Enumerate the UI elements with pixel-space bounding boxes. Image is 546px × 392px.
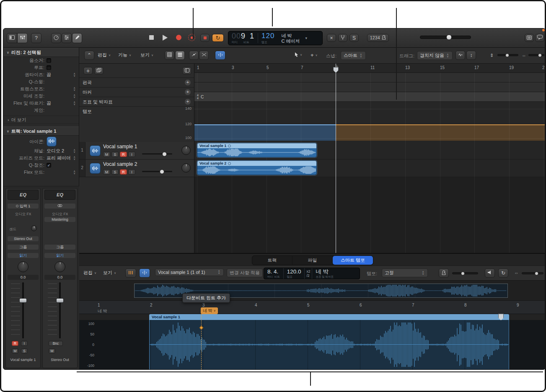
track-solo-button[interactable]: S bbox=[111, 152, 119, 157]
input-monitor-button[interactable]: I bbox=[21, 341, 28, 346]
volume-knob[interactable] bbox=[461, 271, 465, 275]
view-menu[interactable]: 보기∨ bbox=[140, 52, 153, 58]
zoom-knob[interactable] bbox=[538, 53, 542, 57]
volume-readout[interactable]: 0.0 bbox=[8, 275, 39, 280]
pencil-tool-button[interactable] bbox=[72, 33, 82, 43]
group-slot[interactable]: 그룹 bbox=[8, 245, 39, 250]
automation-slot[interactable]: 읽기 bbox=[44, 253, 75, 258]
track-header-2[interactable]: 2 Vocal sample 2 M S R I bbox=[79, 160, 194, 177]
master-volume-knob[interactable] bbox=[446, 35, 452, 40]
track-name[interactable]: Vocal sample 1 bbox=[103, 144, 137, 150]
audio-region-2[interactable]: Vocal sample 2 bbox=[197, 160, 317, 175]
editor-lcd[interactable]: 8. 4. 마디 비트 120.0 템포 x2 /2 네 박 조표 및 박자표 bbox=[264, 268, 360, 279]
capture-recording-button[interactable] bbox=[188, 34, 195, 41]
editor-volume-slider[interactable] bbox=[452, 272, 478, 274]
mixer-toggle-button[interactable] bbox=[17, 33, 28, 43]
beat-value-badge[interactable]: 네 박 ∨ bbox=[201, 307, 218, 314]
track-inspector-header[interactable]: ∨ 트랙: Vocal sample 1 bbox=[3, 126, 79, 136]
row-value[interactable]: 끔 bbox=[47, 100, 73, 106]
pointer-tool-menu[interactable]: ∨ bbox=[295, 52, 302, 58]
region-inspector-header[interactable]: ∨ 리전: 2 선택됨 bbox=[3, 48, 79, 57]
mute-button[interactable]: M bbox=[49, 348, 55, 353]
solo-button[interactable]: S bbox=[21, 348, 28, 353]
edit-menu[interactable]: 편집∨ bbox=[98, 52, 111, 58]
track-pan-knob[interactable] bbox=[181, 146, 191, 155]
stepper-icon[interactable]: ∧∨ bbox=[73, 73, 76, 77]
functions-menu[interactable]: 기능∨ bbox=[118, 52, 131, 58]
library-toggle-button[interactable] bbox=[7, 33, 17, 43]
track-record-button[interactable]: R bbox=[120, 152, 127, 157]
duplicate-track-button[interactable] bbox=[94, 67, 104, 75]
stepper-icon[interactable]: ∧∨ bbox=[73, 156, 76, 160]
tab-tracks[interactable]: 트랙 bbox=[252, 256, 292, 265]
pan-knob[interactable] bbox=[18, 261, 28, 272]
horizontal-zoom-slider[interactable] bbox=[528, 54, 544, 56]
waveform-overview[interactable] bbox=[79, 281, 546, 301]
track-icon[interactable] bbox=[90, 145, 101, 156]
downbeat-hint-line[interactable] bbox=[201, 314, 202, 369]
tempo-mode-select[interactable]: 고정 ∧∨ bbox=[382, 268, 428, 277]
solo-mode-button[interactable]: S bbox=[349, 34, 359, 42]
add-marker-icon[interactable]: + bbox=[185, 89, 191, 95]
tab-file[interactable]: 파일 bbox=[292, 256, 333, 265]
track-header-options-button[interactable] bbox=[182, 67, 191, 75]
stepper-icon[interactable]: ∧∨ bbox=[73, 94, 76, 98]
mute-button[interactable]: M bbox=[12, 348, 18, 353]
preview-audio-button[interactable] bbox=[485, 268, 495, 278]
stepper-icon[interactable]: ∧∨ bbox=[73, 87, 76, 91]
row-value[interactable]: 프리 페이더 bbox=[47, 155, 73, 161]
volume-knob[interactable] bbox=[162, 152, 167, 156]
editor-cycle-button[interactable]: ↻ bbox=[498, 268, 508, 278]
stereo-format-slot[interactable] bbox=[44, 204, 75, 209]
track-volume-slider[interactable] bbox=[142, 153, 172, 155]
global-track-signature[interactable]: 조표 및 박자표 + bbox=[79, 97, 194, 107]
track-pan-knob[interactable] bbox=[181, 163, 191, 173]
tempo-region-blue[interactable] bbox=[194, 124, 336, 141]
track-header-1[interactable]: 1 Vocal sample 1 M S R I bbox=[79, 142, 194, 160]
vertical-zoom-slider[interactable] bbox=[497, 54, 518, 56]
volume-knob[interactable] bbox=[160, 169, 164, 174]
stepper-icon[interactable]: ∧∨ bbox=[73, 149, 76, 153]
waveform-zoom-button[interactable] bbox=[455, 51, 465, 60]
stop-button[interactable] bbox=[149, 35, 154, 40]
track-volume-slider[interactable] bbox=[142, 171, 172, 172]
snap-select[interactable]: 스마트 ∧∨ bbox=[341, 51, 366, 60]
track-mute-button[interactable]: M bbox=[103, 152, 110, 157]
pan-knob[interactable] bbox=[54, 261, 65, 272]
no-overlap-button[interactable]: × bbox=[327, 34, 336, 42]
record-enable-button[interactable]: R bbox=[12, 341, 18, 346]
editor-zoom-slider[interactable] bbox=[522, 272, 543, 274]
plugin-slot[interactable]: Mastering bbox=[44, 217, 75, 222]
playhead-line[interactable] bbox=[336, 64, 336, 253]
stepper-icon[interactable]: ∧∨ bbox=[73, 101, 76, 105]
tempo-region-orange[interactable] bbox=[336, 124, 546, 141]
eq-thumbnail[interactable]: EQ bbox=[44, 190, 75, 200]
automation-curve-button[interactable] bbox=[189, 51, 199, 60]
track-mute-button[interactable]: M bbox=[103, 169, 110, 175]
track-icon[interactable] bbox=[90, 163, 101, 174]
volume-fader[interactable] bbox=[6, 282, 40, 338]
add-track-button[interactable]: + bbox=[83, 67, 93, 75]
group-slot[interactable]: 그룹 bbox=[44, 245, 75, 250]
output-slot[interactable]: Stereo Out bbox=[8, 236, 39, 241]
controls-button[interactable] bbox=[62, 33, 72, 43]
beat-markers-button[interactable] bbox=[125, 268, 136, 278]
track-record-button[interactable]: R bbox=[120, 169, 127, 175]
editor-region-header[interactable]: Vocal sample 1 bbox=[149, 314, 509, 320]
audio-region-1[interactable]: Vocal sample 1 bbox=[197, 143, 317, 157]
track-lanes-button[interactable] bbox=[175, 51, 185, 60]
flex-button[interactable] bbox=[215, 51, 225, 60]
loop-checkbox[interactable] bbox=[47, 65, 51, 70]
track-name[interactable]: Vocal sample 2 bbox=[103, 161, 137, 167]
stepper-icon[interactable]: ∧∨ bbox=[73, 170, 76, 174]
grid-view-button[interactable] bbox=[165, 51, 174, 60]
drag-select[interactable]: 겹치지 않음 ∧∨ bbox=[417, 51, 453, 60]
vertical-auto-zoom-button[interactable]: ↕ bbox=[466, 51, 476, 60]
marker-lane[interactable] bbox=[194, 83, 546, 92]
add-arrangement-icon[interactable]: + bbox=[185, 80, 191, 85]
zoom-knob[interactable] bbox=[505, 53, 509, 57]
tuner-button[interactable] bbox=[338, 34, 347, 42]
replace-mode-button[interactable] bbox=[200, 34, 210, 42]
lcd-display[interactable]: 0091 마디비트 120 템포 네 박 C 메이저 ▾ bbox=[228, 31, 323, 45]
list-editors-button[interactable] bbox=[525, 34, 534, 42]
